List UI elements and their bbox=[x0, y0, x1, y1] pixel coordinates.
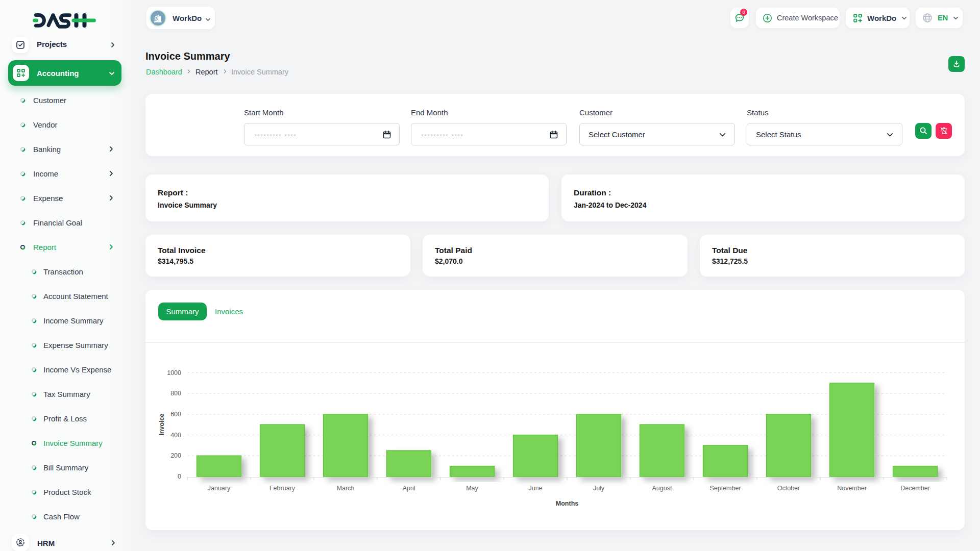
svg-text:800: 800 bbox=[170, 390, 181, 397]
svg-text:December: December bbox=[900, 485, 930, 492]
svg-text:Months: Months bbox=[556, 500, 578, 507]
svg-text:August: August bbox=[652, 485, 672, 492]
svg-text:May: May bbox=[466, 485, 478, 492]
svg-text:Invoice: Invoice bbox=[158, 413, 165, 435]
svg-text:February: February bbox=[270, 485, 296, 492]
svg-text:January: January bbox=[208, 485, 231, 492]
svg-text:September: September bbox=[709, 485, 741, 492]
svg-text:October: October bbox=[777, 485, 800, 492]
svg-text:400: 400 bbox=[170, 432, 181, 439]
svg-text:November: November bbox=[837, 485, 867, 492]
svg-text:July: July bbox=[593, 485, 605, 492]
svg-text:June: June bbox=[528, 485, 542, 492]
svg-text:0: 0 bbox=[178, 473, 181, 480]
svg-text:March: March bbox=[337, 485, 355, 492]
svg-text:200: 200 bbox=[170, 452, 181, 459]
svg-text:1000: 1000 bbox=[167, 369, 181, 377]
svg-text:April: April bbox=[402, 485, 415, 492]
svg-text:600: 600 bbox=[170, 411, 181, 418]
